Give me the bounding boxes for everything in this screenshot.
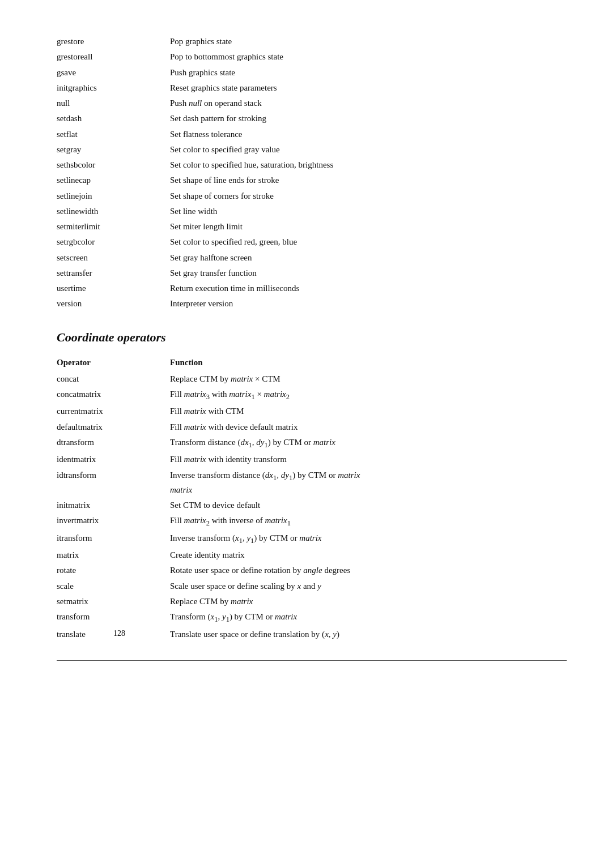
table-row: concatReplace CTM by matrix × CTM (57, 371, 567, 387)
operator-cell: setrgbcolor (57, 234, 170, 250)
table-row: transformTransform (x1, y1) by CTM or ma… (57, 609, 567, 626)
function-cell: Transform distance (dx1, dy1) by CTM or … (170, 435, 567, 452)
function-cell: Push null on operand stack (170, 96, 567, 111)
operator-cell: usertime (57, 281, 170, 296)
coordinate-operators-section: Coordinate operators Operator Function c… (57, 330, 567, 642)
table-row: initmatrixSet CTM to device default (57, 498, 567, 513)
table-row: scaleScale user space or define scaling … (57, 579, 567, 594)
function-cell: Pop to bottommost graphics state (170, 49, 567, 65)
operator-cell: grestoreall (57, 49, 170, 65)
function-cell: Pop graphics state (170, 34, 567, 49)
operator-cell: rotate (57, 563, 170, 578)
table-row: invertmatrixFill matrix2 with inverse of… (57, 513, 567, 530)
function-cell: Fill matrix2 with inverse of matrix1 (170, 513, 567, 530)
table-row: versionInterpreter version (57, 296, 567, 311)
table-row: matrixCreate identity matrix (57, 548, 567, 563)
operator-cell: version (57, 296, 170, 311)
operator-cell: setgray (57, 142, 170, 157)
graphics-operators-section: grestorePop graphics stategrestoreallPop… (57, 34, 567, 312)
function-col-header: Function (170, 355, 567, 371)
operator-cell: initgraphics (57, 80, 170, 96)
table-row: identmatrixFill matrix with identity tra… (57, 452, 567, 467)
function-cell: Set flatness tolerance (170, 127, 567, 142)
operator-cell: itransform (57, 531, 170, 548)
section-title: Coordinate operators (57, 330, 567, 345)
function-cell: Set color to specified hue, saturation, … (170, 157, 567, 173)
function-cell: Interpreter version (170, 296, 567, 311)
function-cell: Inverse transform (x1, y1) by CTM or mat… (170, 531, 567, 548)
graphics-operators-table: grestorePop graphics stategrestoreallPop… (57, 34, 567, 312)
operator-cell: dtransform (57, 435, 170, 452)
function-cell: Set line width (170, 204, 567, 219)
table-row: setlinecapSet shape of line ends for str… (57, 173, 567, 188)
function-cell: Inverse transform distance (dx1, dy1) by… (170, 468, 567, 498)
operator-cell: setmatrix (57, 594, 170, 609)
table-row: setrgbcolorSet color to specified red, g… (57, 234, 567, 250)
operator-cell: concatmatrix (57, 387, 170, 404)
table-row: setmiterlimitSet miter length limit (57, 219, 567, 234)
table-row: itransformInverse transform (x1, y1) by … (57, 531, 567, 548)
operator-cell: setlinejoin (57, 189, 170, 204)
function-cell: Return execution time in milliseconds (170, 281, 567, 296)
function-cell: Fill matrix with device default matrix (170, 420, 567, 435)
function-cell: Set gray halftone screen (170, 250, 567, 266)
function-cell: Create identity matrix (170, 548, 567, 563)
table-row: setdashSet dash pattern for stroking (57, 111, 567, 126)
table-row: settransferSet gray transfer function (57, 266, 567, 281)
table-row: rotateRotate user space or define rotati… (57, 563, 567, 578)
operator-cell: currentmatrix (57, 404, 170, 419)
function-cell: Fill matrix with identity transform (170, 452, 567, 467)
page-number: 128 (113, 629, 125, 638)
function-cell: Push graphics state (170, 65, 567, 80)
table-row: concatmatrixFill matrix3 with matrix1 × … (57, 387, 567, 404)
operator-cell: gsave (57, 65, 170, 80)
function-cell: Reset graphics state parameters (170, 80, 567, 96)
function-cell: Set miter length limit (170, 219, 567, 234)
function-cell: Set CTM to device default (170, 498, 567, 513)
operator-cell: sethsbcolor (57, 157, 170, 173)
table-row: translateTranslate user space or define … (57, 627, 567, 642)
operator-cell: setflat (57, 127, 170, 142)
operator-cell: setlinecap (57, 173, 170, 188)
operator-cell: transform (57, 609, 170, 626)
operator-cell: identmatrix (57, 452, 170, 467)
function-cell: Fill matrix with CTM (170, 404, 567, 419)
function-cell: Translate user space or define translati… (170, 627, 567, 642)
table-row: setlinewidthSet line width (57, 204, 567, 219)
operator-cell: setmiterlimit (57, 219, 170, 234)
table-row: setlinejoinSet shape of corners for stro… (57, 189, 567, 204)
operator-cell: grestore (57, 34, 170, 49)
function-cell: Replace CTM by matrix × CTM (170, 371, 567, 387)
table-row: defaultmatrixFill matrix with device def… (57, 420, 567, 435)
table-row: grestorePop graphics state (57, 34, 567, 49)
table-row: initgraphicsReset graphics state paramet… (57, 80, 567, 96)
operator-cell: initmatrix (57, 498, 170, 513)
operator-cell: null (57, 96, 170, 111)
function-cell: Scale user space or define scaling by x … (170, 579, 567, 594)
table-row: sethsbcolorSet color to specified hue, s… (57, 157, 567, 173)
operator-col-header: Operator (57, 355, 170, 371)
table-row: setflatSet flatness tolerance (57, 127, 567, 142)
function-cell: Set color to specified red, green, blue (170, 234, 567, 250)
function-cell: Set shape of line ends for stroke (170, 173, 567, 188)
operator-cell: invertmatrix (57, 513, 170, 530)
operator-cell: setscreen (57, 250, 170, 266)
table-row: grestoreallPop to bottommost graphics st… (57, 49, 567, 65)
operator-cell: scale (57, 579, 170, 594)
function-cell: Rotate user space or define rotation by … (170, 563, 567, 578)
table-row: setmatrixReplace CTM by matrix (57, 594, 567, 609)
table-row: currentmatrixFill matrix with CTM (57, 404, 567, 419)
function-cell: Set gray transfer function (170, 266, 567, 281)
function-cell: Set dash pattern for stroking (170, 111, 567, 126)
function-cell: Fill matrix3 with matrix1 × matrix2 (170, 387, 567, 404)
operator-cell: matrix (57, 548, 170, 563)
operator-cell: setlinewidth (57, 204, 170, 219)
table-row: dtransformTransform distance (dx1, dy1) … (57, 435, 567, 452)
table-row: idtransformInverse transform distance (d… (57, 468, 567, 498)
function-cell: Transform (x1, y1) by CTM or matrix (170, 609, 567, 626)
table-header-row: Operator Function (57, 355, 567, 371)
function-cell: Set color to specified gray value (170, 142, 567, 157)
operator-cell: concat (57, 371, 170, 387)
operator-cell: defaultmatrix (57, 420, 170, 435)
function-cell: Set shape of corners for stroke (170, 189, 567, 204)
